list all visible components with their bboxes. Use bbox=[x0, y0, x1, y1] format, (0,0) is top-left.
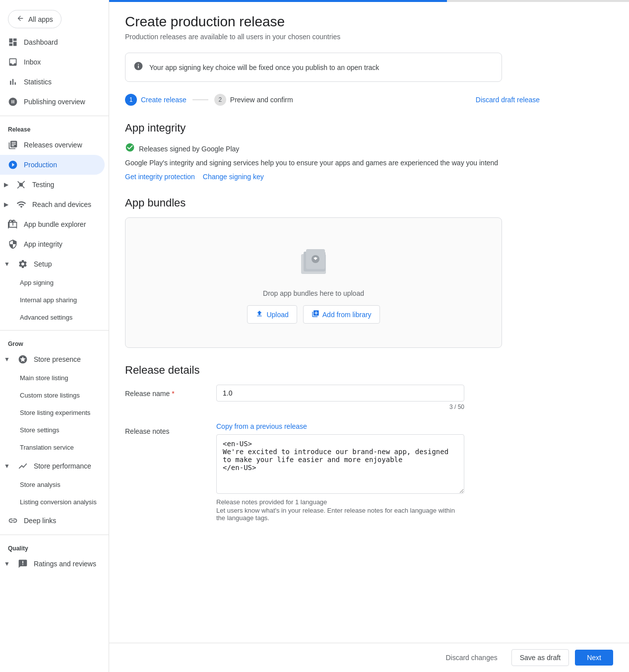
app-bundle-icon bbox=[8, 219, 18, 229]
store-presence-chevron-icon: ▼ bbox=[4, 356, 10, 363]
publishing-icon bbox=[8, 97, 18, 107]
sidebar-item-releases-overview[interactable]: Releases overview bbox=[0, 135, 105, 155]
sidebar-divider-1 bbox=[0, 116, 109, 116]
sidebar-item-listing-conversion-analysis[interactable]: Listing conversion analysis bbox=[0, 493, 105, 511]
next-button[interactable]: Next bbox=[575, 650, 613, 666]
sidebar-item-store-settings[interactable]: Store settings bbox=[0, 421, 105, 439]
main-store-listing-label: Main store listing bbox=[20, 374, 68, 382]
ratings-icon bbox=[18, 559, 28, 569]
sidebar-item-store-performance[interactable]: ▼ Store performance bbox=[0, 456, 105, 476]
testing-icon bbox=[16, 180, 26, 190]
bundle-graphic-icon bbox=[294, 242, 333, 281]
upload-icon bbox=[255, 310, 263, 319]
library-icon bbox=[312, 310, 319, 319]
store-analysis-label: Store analysis bbox=[20, 481, 61, 488]
store-performance-chevron-icon: ▼ bbox=[4, 463, 10, 470]
sidebar-item-testing[interactable]: ▶ Testing bbox=[0, 175, 105, 195]
reach-icon bbox=[16, 200, 26, 209]
store-settings-label: Store settings bbox=[20, 426, 60, 434]
integrity-links: Get integrity protection Change signing … bbox=[125, 173, 540, 181]
drop-buttons: Upload Add from library bbox=[247, 305, 379, 324]
sidebar-item-production[interactable]: Production bbox=[0, 155, 105, 175]
sidebar-item-statistics[interactable]: Statistics bbox=[0, 72, 105, 92]
publishing-overview-label: Publishing overview bbox=[24, 98, 85, 106]
release-name-input[interactable] bbox=[216, 385, 464, 402]
release-name-row: Release name * 3 / 50 bbox=[125, 385, 540, 410]
releases-overview-label: Releases overview bbox=[24, 141, 82, 149]
sidebar-item-app-bundle-explorer[interactable]: App bundle explorer bbox=[0, 214, 105, 234]
deep-links-label: Deep links bbox=[24, 517, 56, 525]
inbox-icon bbox=[8, 57, 18, 67]
info-banner: Your app signing key choice will be fixe… bbox=[125, 53, 502, 82]
sidebar-item-publishing-overview[interactable]: Publishing overview bbox=[0, 92, 105, 112]
sidebar-item-app-integrity[interactable]: App integrity bbox=[0, 234, 105, 254]
reach-devices-label: Reach and devices bbox=[32, 201, 91, 208]
sidebar-item-internal-app-sharing[interactable]: Internal app sharing bbox=[0, 291, 105, 309]
discard-changes-button[interactable]: Discard changes bbox=[438, 650, 505, 666]
drop-zone[interactable]: Drop app bundles here to upload Upload bbox=[125, 217, 502, 348]
sidebar-item-dashboard[interactable]: Dashboard bbox=[0, 32, 105, 52]
upload-button-label: Upload bbox=[266, 311, 288, 319]
main-content: Create production release Production rel… bbox=[109, 0, 629, 672]
sidebar-item-setup[interactable]: ▼ Setup bbox=[0, 254, 105, 274]
internal-sharing-label: Internal app sharing bbox=[20, 296, 77, 304]
quality-section-title: Quality bbox=[0, 539, 109, 554]
deep-links-icon bbox=[8, 516, 18, 526]
store-presence-label: Store presence bbox=[34, 355, 81, 363]
info-icon bbox=[133, 61, 143, 73]
sidebar-item-deep-links[interactable]: Deep links bbox=[0, 511, 105, 531]
page-subtitle: Production releases are available to all… bbox=[125, 33, 540, 41]
discard-draft-link[interactable]: Discard draft release bbox=[476, 96, 540, 104]
statistics-icon bbox=[8, 77, 18, 87]
setup-label: Setup bbox=[34, 260, 52, 268]
add-library-button-label: Add from library bbox=[322, 311, 372, 319]
store-listing-experiments-label: Store listing experiments bbox=[20, 409, 90, 416]
sidebar-item-app-signing[interactable]: App signing bbox=[0, 274, 105, 291]
back-button-label: All apps bbox=[28, 15, 53, 23]
app-integrity-title: App integrity bbox=[125, 122, 540, 134]
sidebar-item-main-store-listing[interactable]: Main store listing bbox=[0, 369, 105, 387]
testing-label: Testing bbox=[32, 181, 54, 189]
statistics-label: Statistics bbox=[24, 78, 52, 86]
stepper: 1 Create release 2 Preview and confirm D… bbox=[125, 94, 540, 106]
sidebar-item-ratings-reviews[interactable]: ▼ Ratings and reviews bbox=[0, 554, 105, 574]
change-signing-key-link[interactable]: Change signing key bbox=[203, 173, 264, 181]
get-integrity-protection-link[interactable]: Get integrity protection bbox=[125, 173, 195, 181]
add-from-library-button[interactable]: Add from library bbox=[303, 305, 380, 324]
check-circle-icon bbox=[125, 142, 135, 155]
back-arrow-icon bbox=[16, 14, 24, 24]
integrity-signed: Releases signed by Google Play bbox=[125, 142, 540, 155]
sidebar-item-custom-store-listings[interactable]: Custom store listings bbox=[0, 387, 105, 404]
setup-chevron-icon: ▼ bbox=[4, 261, 10, 268]
sidebar-item-advanced-settings[interactable]: Advanced settings bbox=[0, 309, 105, 326]
required-indicator: * bbox=[172, 390, 174, 398]
copy-from-previous-release-link[interactable]: Copy from a previous release bbox=[216, 422, 307, 430]
sidebar-item-reach-and-devices[interactable]: ▶ Reach and devices bbox=[0, 195, 105, 214]
release-notes-hint1: Release notes provided for 1 language bbox=[216, 498, 464, 506]
release-notes-textarea[interactable]: <en-US> We're excited to introduce our b… bbox=[216, 434, 464, 494]
release-notes-header: Copy from a previous release bbox=[216, 422, 464, 430]
release-name-counter: 3 / 50 bbox=[216, 403, 464, 410]
app-bundles-section: App bundles Drop app bundles here to upl… bbox=[125, 197, 540, 348]
sidebar-item-store-analysis[interactable]: Store analysis bbox=[0, 476, 105, 493]
page-title: Create production release bbox=[125, 14, 540, 30]
info-banner-text: Your app signing key choice will be fixe… bbox=[149, 64, 379, 71]
app-signing-label: App signing bbox=[20, 279, 54, 286]
step-2-label: Preview and confirm bbox=[230, 96, 293, 104]
back-to-all-apps-button[interactable]: All apps bbox=[8, 10, 62, 28]
release-notes-row: Release notes Copy from a previous relea… bbox=[125, 422, 540, 522]
step-1: 1 Create release bbox=[125, 94, 187, 106]
sidebar-item-translation-service[interactable]: Translation service bbox=[0, 439, 105, 456]
app-integrity-icon bbox=[8, 239, 18, 249]
custom-store-listings-label: Custom store listings bbox=[20, 392, 80, 399]
upload-button[interactable]: Upload bbox=[247, 305, 297, 324]
release-name-label: Release name * bbox=[125, 385, 204, 398]
save-as-draft-button[interactable]: Save as draft bbox=[511, 649, 569, 666]
release-notes-hint2: Let users know what's in your release. E… bbox=[216, 507, 464, 522]
sidebar-item-store-presence[interactable]: ▼ Store presence bbox=[0, 349, 105, 369]
sidebar-item-inbox[interactable]: Inbox bbox=[0, 52, 105, 72]
sidebar-item-store-listing-experiments[interactable]: Store listing experiments bbox=[0, 404, 105, 421]
content-area: Create production release Production rel… bbox=[109, 2, 556, 643]
app-bundle-explorer-label: App bundle explorer bbox=[24, 220, 86, 228]
sidebar-divider-2 bbox=[0, 330, 109, 331]
